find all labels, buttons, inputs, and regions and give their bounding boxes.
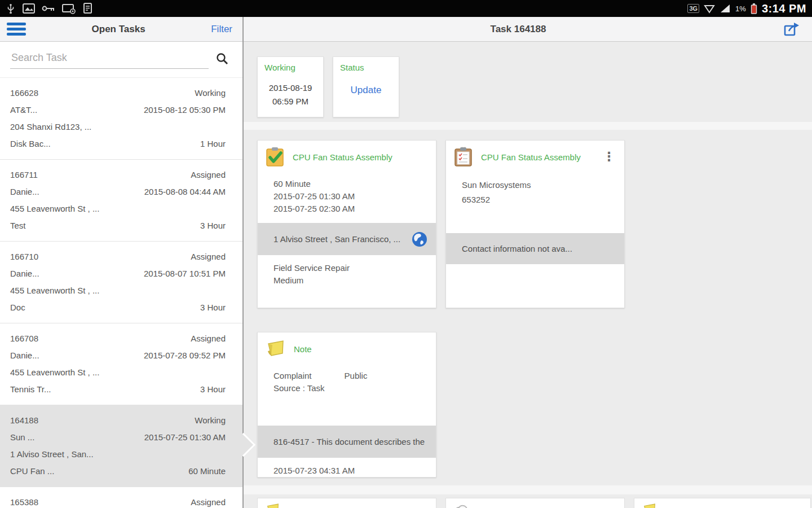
note-source: Source : Task bbox=[273, 382, 428, 395]
task-detail-title: Task 164188 bbox=[253, 24, 784, 35]
note-summary: 816-4517 - This document describes the bbox=[273, 437, 428, 446]
key-icon bbox=[42, 3, 55, 14]
status-update-card[interactable]: Status Update bbox=[333, 56, 399, 117]
task-list-item[interactable]: 166628Working AT&T...2015-08-12 05:30 PM… bbox=[0, 78, 242, 160]
partial-card[interactable] bbox=[257, 498, 436, 508]
activity-address: 1 Alviso Street , San Francisco, ... bbox=[273, 234, 411, 244]
app-window: Open Tasks Filter 166628Working AT&T...2… bbox=[0, 17, 812, 508]
wifi-icon bbox=[704, 3, 715, 14]
status-bar: 3G 1% 3:14 PM bbox=[0, 0, 812, 17]
task-id: 164188 bbox=[10, 415, 38, 425]
update-button[interactable]: Update bbox=[340, 85, 392, 96]
clipboard-list-icon bbox=[454, 147, 473, 167]
task-party: Sun ... bbox=[10, 432, 34, 442]
task-list-item[interactable]: 166710Assigned Danie...2015-08-07 10:51 … bbox=[0, 242, 242, 323]
task-subject: Test bbox=[10, 221, 26, 230]
activity-title: CPU Fan Status Assembly bbox=[293, 152, 392, 162]
partial-card[interactable] bbox=[445, 498, 625, 508]
task-id: 166628 bbox=[10, 88, 38, 98]
task-duration: 3 Hour bbox=[200, 221, 226, 230]
network-icon: 3G bbox=[687, 4, 699, 13]
menu-icon[interactable] bbox=[7, 23, 26, 36]
working-status-card[interactable]: Working 2015-08-19 06:59 PM bbox=[257, 56, 324, 117]
cloud-icon bbox=[454, 503, 471, 508]
activity-priority: Medium bbox=[273, 274, 428, 287]
task-status: Assigned bbox=[191, 497, 226, 507]
task-detail-header: Task 164188 bbox=[244, 17, 812, 42]
task-subject: Doc bbox=[10, 303, 25, 312]
task-datetime: 2015-07-25 01:30 AM bbox=[144, 432, 226, 442]
status-value: Working bbox=[264, 63, 316, 72]
task-duration: 1 Hour bbox=[200, 139, 226, 148]
search-bar bbox=[0, 42, 242, 78]
note-card[interactable]: Note Complaint Public Source : Task 816-… bbox=[257, 332, 436, 478]
share-icon[interactable] bbox=[784, 22, 800, 37]
activity-service: Field Service Repair bbox=[273, 262, 428, 274]
account-company: Sun Microsystems bbox=[462, 178, 616, 192]
clock: 3:14 PM bbox=[762, 2, 806, 15]
task-detail-body: Working 2015-08-19 06:59 PM Status Updat… bbox=[244, 42, 812, 508]
task-duration: 3 Hour bbox=[200, 303, 226, 312]
task-list-item-selected[interactable]: 164188Working Sun ...2015-07-25 01:30 AM… bbox=[0, 405, 242, 487]
task-list-item[interactable]: 166711Assigned Danie...2015-08-08 04:44 … bbox=[0, 160, 242, 242]
usb-icon bbox=[6, 3, 16, 14]
note-type: Complaint bbox=[273, 370, 312, 382]
activity-card[interactable]: CPU Fan Status Assembly 60 Minute 2015-0… bbox=[257, 140, 436, 308]
task-datetime: 2015-07-28 09:52 PM bbox=[144, 351, 226, 360]
task-address: 455 Leavenworth St , ... bbox=[10, 286, 99, 295]
task-datetime: 2015-08-08 04:44 AM bbox=[144, 187, 226, 196]
task-list-header: Open Tasks Filter bbox=[0, 17, 242, 42]
globe-icon[interactable] bbox=[411, 231, 428, 248]
cards-section: CPU Fan Status Assembly 60 Minute 2015-0… bbox=[244, 130, 812, 485]
note-icon bbox=[266, 340, 286, 358]
kebab-menu-icon[interactable] bbox=[599, 151, 619, 163]
account-number: 653252 bbox=[462, 192, 616, 207]
note-summary-strip: 816-4517 - This document describes the bbox=[258, 426, 436, 458]
account-card[interactable]: CPU Fan Status Assembly Sun Microsystems… bbox=[445, 140, 625, 308]
partial-card[interactable] bbox=[634, 498, 811, 508]
task-list-item[interactable]: 166708Assigned Danie...2015-07-28 09:52 … bbox=[0, 323, 242, 405]
search-input[interactable] bbox=[10, 50, 209, 69]
note-icon bbox=[266, 503, 280, 508]
address-strip: 1 Alviso Street , San Francisco, ... bbox=[258, 223, 436, 255]
task-address: 455 Leavenworth St , ... bbox=[10, 367, 99, 377]
account-title: CPU Fan Status Assembly bbox=[481, 152, 581, 162]
task-id: 166711 bbox=[10, 170, 38, 179]
filter-button[interactable]: Filter bbox=[211, 24, 236, 35]
panel-title: Open Tasks bbox=[26, 24, 211, 35]
task-address: 1 Alviso Street , San... bbox=[10, 449, 94, 459]
task-address: 455 Leavenworth St , ... bbox=[10, 204, 99, 213]
clipboard-check-icon bbox=[266, 147, 285, 167]
account-contact: Contact information not ava... bbox=[462, 244, 616, 253]
task-detail-panel: Task 164188 Working 2015-08-19 06:59 PM bbox=[244, 17, 812, 508]
task-party: Danie... bbox=[10, 269, 39, 278]
search-icon[interactable] bbox=[215, 52, 229, 65]
task-address: 204 Shanxi Rd123, ... bbox=[10, 122, 91, 132]
note-date: 2015-07-23 04:31 AM bbox=[273, 465, 428, 477]
task-duration: 3 Hour bbox=[200, 384, 226, 394]
doc-icon bbox=[82, 3, 94, 14]
task-status: Working bbox=[195, 415, 226, 425]
more-cards-section bbox=[244, 494, 812, 508]
status-bar-left-icons bbox=[6, 3, 94, 14]
task-list-item[interactable]: 165388Assigned bbox=[0, 487, 242, 508]
task-party: AT&T... bbox=[10, 105, 37, 115]
status-section: Working 2015-08-19 06:59 PM Status Updat… bbox=[244, 42, 812, 122]
task-status: Assigned bbox=[191, 170, 226, 179]
task-datetime: 2015-08-12 05:30 PM bbox=[144, 105, 226, 115]
task-party: Danie... bbox=[10, 351, 39, 360]
task-status: Assigned bbox=[191, 334, 226, 343]
task-id: 166708 bbox=[10, 334, 38, 343]
note-visibility: Public bbox=[345, 370, 368, 382]
gallery-icon bbox=[23, 3, 35, 14]
battery-icon bbox=[751, 3, 757, 14]
task-list-panel: Open Tasks Filter 166628Working AT&T...2… bbox=[0, 17, 244, 508]
activity-end: 2015-07-25 02:30 AM bbox=[273, 203, 428, 215]
due-date: 2015-08-19 bbox=[264, 81, 316, 95]
task-id: 166710 bbox=[10, 252, 38, 261]
contact-strip: Contact information not ava... bbox=[446, 233, 624, 264]
task-subject: Tennis Tr... bbox=[10, 384, 51, 394]
status-label: Status bbox=[340, 63, 392, 72]
note-icon bbox=[642, 503, 657, 508]
signal-icon bbox=[720, 3, 731, 14]
